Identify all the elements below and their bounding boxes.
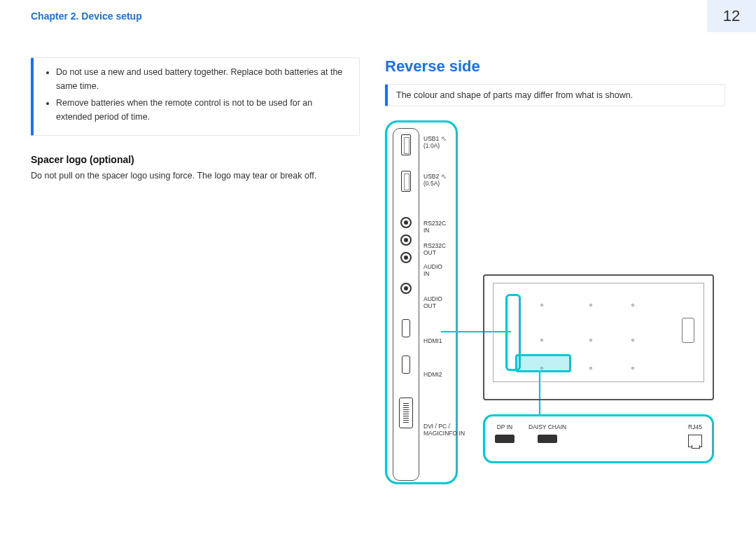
audio-out-label: AUDIOOUT xyxy=(424,295,442,309)
bottom-port-strip: DP IN DAISY CHAIN RJ45 xyxy=(483,414,714,463)
dp-port-icon xyxy=(495,435,514,443)
usb2-port-icon xyxy=(401,171,411,192)
screw-icon xyxy=(589,304,592,307)
dp-in-port: DP IN xyxy=(495,423,514,443)
dp-port-icon xyxy=(538,435,557,443)
rs232c-out-icon xyxy=(400,234,412,246)
dp-in-label: DP IN xyxy=(497,423,513,430)
hdmi2-label: HDMI2 xyxy=(424,371,442,378)
daisy-chain-label: DAISY CHAIN xyxy=(528,423,566,430)
screw-icon xyxy=(540,367,543,370)
battery-info-box: Do not use a new and used battery togeth… xyxy=(31,57,360,136)
info-item: Remove batteries when the remote control… xyxy=(56,96,349,124)
reverse-side-diagram: USB1 ⬁ (1.0A) USB2 ⬁ (0.5A) RS232CIN RS2… xyxy=(385,120,721,484)
daisy-chain-port: DAISY CHAIN xyxy=(528,423,566,443)
rs232c-in-label: RS232CIN xyxy=(424,220,446,234)
rs232c-in-icon xyxy=(400,217,412,228)
screw-icon xyxy=(631,339,634,342)
shape-note-box: The colour and shape of parts may differ… xyxy=(385,84,725,106)
rj45-label: RJ45 xyxy=(688,423,702,430)
dvi-port-icon xyxy=(399,398,413,428)
top-bar: Chapter 2. Device setup 12 xyxy=(0,0,756,32)
hdmi2-icon xyxy=(402,356,410,374)
port-inner-frame xyxy=(393,128,419,481)
content-area: Do not use a new and used battery togeth… xyxy=(0,32,756,484)
dvi-label: DVI / PC /MAGICINFO IN xyxy=(424,423,465,437)
spacer-logo-heading: Spacer logo (optional) xyxy=(31,154,360,165)
info-item: Do not use a new and used battery togeth… xyxy=(56,65,349,93)
rj45-icon xyxy=(688,435,702,447)
usb1-label: USB1 xyxy=(424,135,439,142)
usb-icon: ⬁ xyxy=(441,173,447,180)
hdmi1-label: HDMI1 xyxy=(424,337,442,344)
audio-in-label: AUDIOIN xyxy=(424,263,442,277)
side-port-strip: USB1 ⬁ (1.0A) USB2 ⬁ (0.5A) RS232CIN RS2… xyxy=(385,120,458,484)
screw-icon xyxy=(540,339,543,342)
right-column: Reverse side The colour and shape of par… xyxy=(385,57,725,484)
audio-out-icon xyxy=(400,283,412,294)
hdmi1-icon xyxy=(402,319,410,337)
usb-icon: ⬁ xyxy=(441,135,447,142)
highlight-bottom-ports xyxy=(515,354,571,372)
usb2-amp-label: (0.5A) xyxy=(424,180,440,187)
left-column: Do not use a new and used battery togeth… xyxy=(31,57,360,484)
spacer-logo-body: Do not pull on the spacer logo using for… xyxy=(31,169,360,183)
screw-icon xyxy=(589,339,592,342)
reverse-side-title: Reverse side xyxy=(385,57,725,76)
usb1-amp-label: (1.0A) xyxy=(424,142,440,149)
rj45-port: RJ45 xyxy=(688,423,702,447)
usb2-label: USB2 xyxy=(424,173,439,180)
breadcrumb: Chapter 2. Device setup xyxy=(0,10,142,22)
usb1-port-icon xyxy=(401,134,411,155)
screw-icon xyxy=(631,367,634,370)
rs232c-out-label: RS232COUT xyxy=(424,242,446,256)
power-socket-icon xyxy=(682,318,694,343)
screw-icon xyxy=(589,367,592,370)
screw-icon xyxy=(631,304,634,307)
back-panel-diagram xyxy=(483,274,714,400)
audio-in-icon xyxy=(400,252,412,263)
screw-icon xyxy=(540,304,543,307)
page-number: 12 xyxy=(707,0,756,32)
